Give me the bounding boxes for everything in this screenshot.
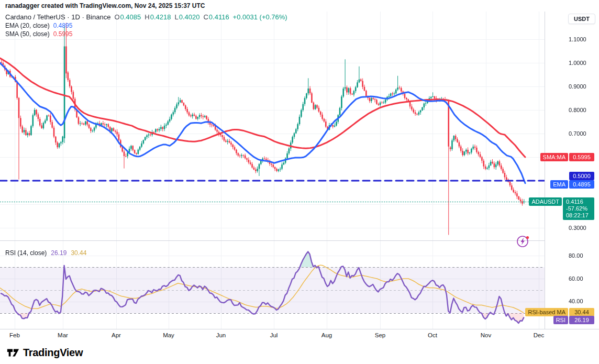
axis-tick-label: 0.9000 [569, 83, 586, 90]
time-tick-label: Nov [475, 332, 496, 338]
time-tick-label: Aug [316, 332, 337, 338]
chart-widget[interactable]: Cardano / TetherUS · 1D · Binance O0.408… [0, 12, 599, 341]
last-price-change: -57.62% [566, 205, 594, 212]
axis-tick-label: 0.7000 [569, 130, 586, 137]
ema-indicator-label[interactable]: EMA (20, close) [5, 22, 50, 29]
rsi-tag: RSI 26.19 [553, 316, 594, 324]
rsi-ma-tag: RSI-based MA 30.44 [525, 308, 594, 316]
price-axis[interactable]: USDT SMA:MA 0.5995 0.5000 EMA 0.4895 ADA… [545, 12, 599, 341]
high-value: H0.4218 [145, 13, 171, 21]
price-pane-canvas[interactable] [0, 12, 545, 240]
support-level-tag: 0.5000 [569, 172, 594, 180]
open-value: O0.4085 [114, 13, 141, 21]
time-tick-label: Dec [528, 332, 549, 338]
time-tick-label: Apr [106, 332, 127, 338]
tradingview-chart-page: ranadagger created with TradingView.com,… [0, 0, 599, 364]
ema-price-tag: EMA 0.4895 [550, 180, 594, 189]
axis-tick-label: 1.1000 [569, 36, 586, 43]
close-value: C0.4116 [203, 13, 229, 21]
symbol-legend: Cardano / TetherUS · 1D · Binance O0.408… [5, 13, 287, 38]
events-icon[interactable] [516, 234, 530, 248]
last-price: 0.4116 [566, 198, 594, 205]
time-tick-label: Feb [4, 332, 25, 338]
tradingview-logo[interactable]: TradingView [6, 346, 83, 359]
sma-indicator-value: 0.5995 [53, 30, 73, 38]
time-axis[interactable]: FebMarAprMayJunJulAugSepOctNovDec [0, 329, 599, 341]
time-tick-label: Sep [370, 332, 391, 338]
change-value: +0.0031 (+0.76%) [233, 13, 287, 21]
rsi-ma-value: 30.44 [71, 249, 86, 257]
axis-tick-label: 60.00 [569, 275, 583, 282]
sma-indicator-label[interactable]: SMA (50, close) [5, 30, 50, 38]
time-tick-label: Oct [422, 332, 443, 338]
sma-price-tag: SMA:MA 0.5995 [540, 153, 594, 161]
rsi-indicator-label[interactable]: RSI (14, close) [5, 249, 47, 257]
axis-tick-label: 0.8000 [569, 106, 586, 114]
tradingview-logo-icon [6, 346, 20, 359]
axis-tick-label: 1.0000 [569, 59, 586, 67]
tradingview-logo-text: TradingView [23, 347, 83, 359]
rsi-legend: RSI (14, close) 26.19 30.44 [5, 249, 86, 257]
currency-button[interactable]: USDT [568, 14, 595, 24]
pane-divider[interactable] [0, 240, 599, 241]
symbol-title[interactable]: Cardano / TetherUS · 1D · Binance [5, 13, 110, 21]
bar-countdown: 08:22:17 [566, 212, 594, 219]
time-tick-label: Jul [263, 332, 284, 338]
time-tick-label: May [158, 332, 179, 338]
axis-tick-label: 80.00 [569, 252, 583, 259]
last-price-tag: ADAUSDT 0.4116 -57.62% 08:22:17 [529, 197, 594, 220]
header-credit: ranadagger created with TradingView.com,… [0, 0, 599, 12]
axis-tick-label: 40.00 [569, 297, 583, 305]
ema-indicator-value: 0.4895 [53, 22, 73, 29]
time-tick-label: Mar [52, 332, 73, 338]
footer: TradingView [0, 341, 599, 364]
time-tick-label: Jun [210, 332, 231, 338]
axis-tick-label: 0.3000 [569, 224, 586, 231]
rsi-value: 26.19 [51, 249, 66, 257]
low-value: L0.4020 [174, 13, 199, 21]
